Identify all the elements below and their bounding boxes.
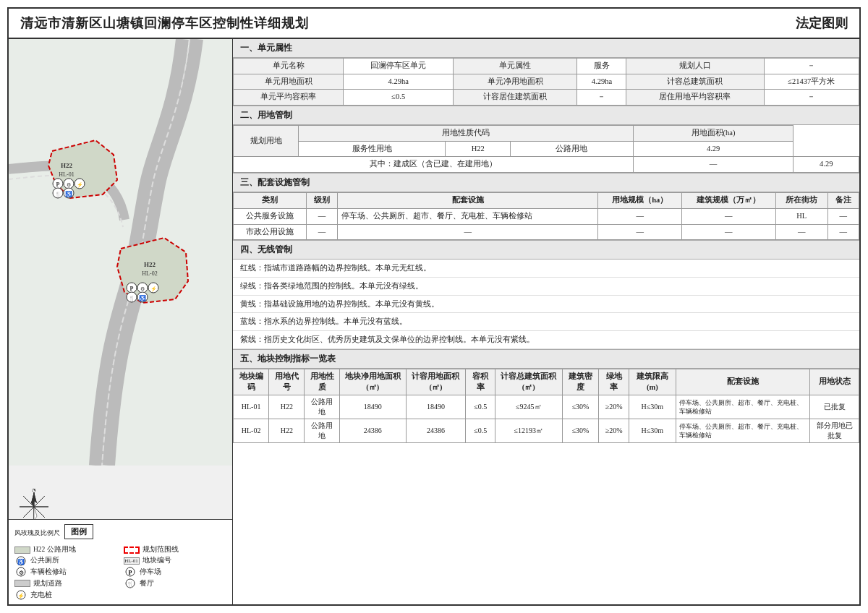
cell-hl02-far: ≤0.5	[466, 419, 495, 443]
col-green-rate: 绿地率	[599, 369, 629, 395]
cell-hl01-cap: 18490	[406, 395, 466, 419]
table-row: 规划用地 用地性质代码 用地面积(ha)	[234, 126, 859, 142]
legend-toilet-label: 公共厕所	[30, 556, 59, 565]
section3-table: 类别 级别 配套设施 用地规模（ha） 建筑规模（万㎡） 所在街坊 备注 公共服…	[233, 192, 859, 240]
legend-grid: H22 公路用地 规划范围线 ♿ 公共厕所	[14, 545, 226, 600]
section3-header: 三、配套设施管制	[233, 173, 859, 192]
cell-note-0: —	[827, 208, 859, 224]
svg-text:H22: H22	[61, 162, 73, 169]
cell-hl02-green: ≥20%	[599, 419, 629, 443]
cell-hl01-facilities: 停车场、公共厕所、超市、餐厅、充电桩、车辆检修站	[676, 395, 810, 419]
svg-text:🍴: 🍴	[129, 295, 135, 301]
cell-hl02-facilities: 停车场、公共厕所、超市、餐厅、充电桩、车辆检修站	[676, 419, 810, 443]
legend-planroad-symbol	[14, 580, 30, 587]
header-right-label: 法定图则	[796, 14, 848, 32]
cell-construction-label: 其中：建成区（含已建、在建用地）	[234, 157, 634, 173]
col-note: 备注	[827, 193, 859, 209]
cell-construction-area: 4.29	[793, 157, 859, 173]
map-canvas: H22 HL-01 P ⚙ ⚡ 🍴	[9, 39, 232, 604]
cell-land-0: —	[598, 208, 681, 224]
svg-text:⚡: ⚡	[77, 181, 83, 188]
col-far: 容积率	[466, 369, 495, 395]
cell-plan-pop-label: 规划人口	[626, 59, 764, 74]
legend-planroad-label: 规划道路	[33, 579, 62, 588]
cell-hl01-type: 公路用地	[305, 395, 339, 419]
col-land-code2: 用地代号	[269, 369, 305, 395]
cell-build-1: —	[681, 224, 775, 240]
section4: 四、无线管制 红线：指城市道路路幅的边界控制线。本单元无红线。 绿线：指各类绿地…	[233, 241, 859, 350]
cell-hl02-cap: 24386	[406, 419, 466, 443]
cell-hl01-height: H≤30m	[629, 395, 676, 419]
cell-hl01-green: ≥20%	[599, 395, 629, 419]
cell-avg-far-label: 单元平均容积率	[234, 90, 344, 106]
col-cap-area: 计容用地面积(㎡)	[406, 369, 466, 395]
svg-text:🍴: 🍴	[55, 191, 61, 197]
legend-title: 图例	[64, 524, 93, 539]
cell-hl02-net: 24386	[339, 419, 406, 443]
col-net-area: 地块净用地面积(㎡)	[339, 369, 406, 395]
table-row: 公共服务设施 — 停车场、公共厕所、超市、餐厅、充电桩、车辆检修站 — — HL…	[234, 208, 859, 224]
wireless-green: 绿线：指各类绿地范围的控制线。本单元没有绿线。	[233, 278, 859, 296]
legend-area: 风玫瑰及比例尺 图例 H22 公路用地 规划范围线	[9, 519, 232, 604]
cell-hl02-type: 公路用地	[305, 419, 339, 443]
cell-build-0: —	[681, 208, 775, 224]
legend-item-parking: P 停车场	[124, 567, 227, 577]
cell-hl02-total: ≤12193㎡	[495, 419, 562, 443]
page-title: 清远市清新区山塘镇回澜停车区控制性详细规划	[20, 14, 309, 32]
col-block-code: 地块编码	[234, 369, 269, 395]
svg-text:P: P	[128, 570, 132, 576]
cell-construction-dash: —	[633, 157, 793, 173]
cell-res-build-value: －	[577, 90, 626, 106]
cell-land-code-header: 用地性质代码	[299, 126, 634, 142]
legend-item-charger: ⚡ 充电桩	[14, 590, 118, 600]
cell-hl01-total: ≤9245㎡	[495, 395, 562, 419]
col-density: 建筑密度	[562, 369, 599, 395]
svg-text:⚡: ⚡	[17, 592, 25, 599]
table-header-row: 类别 级别 配套设施 用地规模（ha） 建筑规模（万㎡） 所在街坊 备注	[234, 193, 859, 209]
cell-block-1: —	[775, 224, 827, 240]
section4-header: 四、无线管制	[233, 241, 859, 260]
svg-text:♿: ♿	[17, 558, 25, 565]
col-height: 建筑限高(m)	[629, 369, 676, 395]
cell-note-1: —	[827, 224, 859, 240]
table-header-row: 地块编码 用地代号 用地性质 地块净用地面积(㎡) 计容用地面积(㎡) 容积率 …	[234, 369, 859, 395]
svg-text:🍴: 🍴	[127, 580, 134, 588]
section1-header: 一、单元属性	[233, 39, 859, 58]
col-total-build2: 计容总建筑面积(㎡)	[495, 369, 562, 395]
svg-text:H22: H22	[144, 261, 156, 268]
cell-public-service: 公共服务设施	[234, 208, 307, 224]
cell-service-land: 服务性用地	[299, 141, 446, 157]
cell-hl01-code: HL-01	[234, 395, 269, 419]
section3: 三、配套设施管制 类别 级别 配套设施 用地规模（ha） 建筑规模（万㎡） 所在…	[233, 173, 859, 241]
right-content: 一、单元属性 单元名称 回澜停车区单元 单元属性 服务 规划人口 － 单元用地面…	[233, 39, 859, 604]
cell-hl01-code2: H22	[269, 395, 305, 419]
main-container: 清远市清新区山塘镇回澜停车区控制性详细规划 法定图则	[7, 7, 861, 606]
cell-municipal: 市政公用设施	[234, 224, 307, 240]
cell-h22: H22	[446, 141, 511, 157]
header: 清远市清新区山塘镇回澜停车区控制性详细规划 法定图则	[9, 9, 859, 39]
col-facilities2: 配套设施	[676, 369, 810, 395]
cell-unit-area-value: 4.29ha	[344, 74, 454, 90]
table-row: HL-02 H22 公路用地 24386 24386 ≤0.5 ≤12193㎡ …	[234, 419, 859, 443]
cell-block-0: HL	[775, 208, 827, 224]
cell-level-0: —	[306, 208, 337, 224]
wireless-blue: 蓝线：指水系的边界控制线。本单元没有蓝线。	[233, 313, 859, 331]
legend-charger-label: 充电桩	[30, 591, 52, 600]
section5-header: 五、地块控制指标一览表	[233, 350, 859, 369]
wireless-yellow: 黄线：指基础设施用地的边界控制线。本单元没有黄线。	[233, 296, 859, 314]
col-facility: 配套设施	[338, 193, 598, 209]
cell-hl01-density: ≤30%	[562, 395, 599, 419]
wireless-purple: 紫线：指历史文化街区、优秀历史建筑及文保单位的边界控制线。本单元没有紫线。	[233, 331, 859, 349]
col-land-scale: 用地规模（ha）	[598, 193, 681, 209]
cell-hl02-code: HL-02	[234, 419, 269, 443]
cell-unit-attr-label: 单元属性	[454, 59, 577, 74]
legend-blocknum-label: 地块编号	[142, 556, 171, 565]
cell-hl01-status: 已批复	[810, 395, 859, 419]
legend-item-restaurant: 🍴 餐厅	[124, 578, 227, 588]
cell-total-build-value: ≤21437平方米	[764, 74, 859, 90]
map-svg: H22 HL-01 P ⚙ ⚡ 🍴	[9, 39, 233, 466]
svg-text:HL-02: HL-02	[142, 270, 157, 277]
compass-label: 风玫瑰及比例尺	[14, 528, 60, 538]
cell-facility-0: 停车场、公共厕所、超市、餐厅、充电桩、车辆检修站	[338, 208, 598, 224]
legend-item-toilet: ♿ 公共厕所	[14, 556, 118, 565]
